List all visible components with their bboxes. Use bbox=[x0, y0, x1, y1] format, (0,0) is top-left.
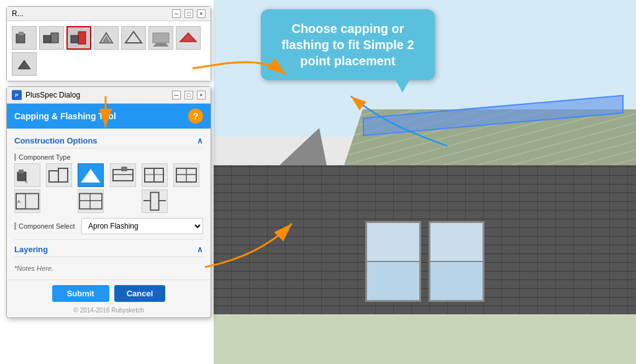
dialog-minimize-btn[interactable]: ─ bbox=[172, 91, 181, 99]
dialog-window: P PlusSpec Dialog ─ □ × Capping & Flashi… bbox=[6, 86, 211, 318]
toolbar-content bbox=[7, 21, 211, 81]
dialog-app-title: PlusSpec Dialog bbox=[25, 91, 80, 99]
house-structure bbox=[214, 103, 636, 314]
svg-rect-9 bbox=[153, 33, 169, 43]
window-1 bbox=[365, 221, 421, 302]
toolbar-titlebar: R... ─ □ × bbox=[7, 7, 211, 21]
dialog-titlebar: P PlusSpec Dialog ─ □ × bbox=[7, 87, 211, 104]
svg-rect-13 bbox=[17, 172, 26, 181]
svg-rect-3 bbox=[51, 33, 58, 43]
dialog-close-btn[interactable]: × bbox=[197, 91, 206, 99]
svg-rect-33 bbox=[80, 194, 102, 209]
tool-icon-1[interactable] bbox=[12, 26, 37, 50]
construction-chevron-icon: ∧ bbox=[197, 136, 203, 145]
svg-rect-36 bbox=[150, 193, 158, 211]
construction-options-header: Construction Options ∧ bbox=[14, 134, 203, 148]
dialog-body: Construction Options ∧ Component Type N bbox=[7, 129, 211, 280]
svg-rect-22 bbox=[122, 167, 127, 171]
dialog-restore-btn[interactable]: □ bbox=[184, 91, 193, 99]
window-bottom-pane-2 bbox=[430, 262, 483, 300]
window-top-pane-2 bbox=[430, 223, 483, 262]
component-type-grid-row2: A bbox=[14, 189, 203, 213]
svg-rect-16 bbox=[49, 171, 58, 182]
tool-icon-3[interactable] bbox=[66, 26, 91, 50]
svg-rect-18 bbox=[58, 168, 68, 182]
ground-area bbox=[214, 314, 636, 364]
component-type-grid-row1: N bbox=[14, 163, 203, 187]
svg-rect-23 bbox=[145, 168, 154, 182]
component-select-dropdown[interactable]: Apron Flashing Ridge Capping Valley Flas… bbox=[81, 218, 203, 234]
window-top-pane bbox=[367, 223, 419, 262]
left-panel: R... ─ □ × bbox=[6, 6, 211, 318]
component-type-label: Component Type bbox=[14, 153, 203, 161]
comp-type-3[interactable] bbox=[78, 163, 104, 187]
dialog-logo: P bbox=[12, 90, 22, 100]
svg-marker-7 bbox=[102, 35, 111, 43]
svg-text:A: A bbox=[17, 199, 21, 204]
callout-text: Choose capping or flashing to fit Simple… bbox=[281, 22, 414, 68]
layering-chevron-icon: ∧ bbox=[197, 245, 203, 254]
dialog-titlebar-controls[interactable]: ─ □ × bbox=[172, 91, 206, 99]
layering-label: Layering bbox=[14, 245, 48, 254]
construction-label: Construction Options bbox=[14, 136, 98, 145]
window-2 bbox=[429, 221, 484, 302]
tool-icon-2[interactable] bbox=[39, 26, 64, 50]
brick-wall bbox=[214, 165, 636, 314]
svg-rect-1 bbox=[19, 32, 24, 35]
component-select-row: Component Select Apron Flashing Ridge Ca… bbox=[14, 218, 203, 234]
svg-text:N: N bbox=[25, 180, 27, 184]
svg-rect-5 bbox=[71, 35, 78, 43]
component-select-label: Component Select bbox=[14, 222, 76, 230]
comp-type-5[interactable] bbox=[142, 163, 168, 187]
callout-bubble: Choose capping or flashing to fit Simple… bbox=[261, 9, 435, 80]
tool-icon-6[interactable] bbox=[148, 26, 173, 50]
layering-header: Layering ∧ bbox=[14, 242, 203, 257]
comp-type-2[interactable] bbox=[46, 163, 72, 187]
submit-button[interactable]: Submit bbox=[52, 285, 109, 302]
svg-rect-25 bbox=[154, 168, 163, 182]
comp-type-6[interactable] bbox=[173, 163, 199, 187]
svg-marker-11 bbox=[180, 33, 196, 42]
svg-rect-4 bbox=[78, 32, 86, 44]
svg-rect-14 bbox=[19, 170, 24, 173]
dialog-footer: Submit Cancel bbox=[7, 280, 211, 307]
comp-type-1[interactable]: N bbox=[14, 163, 40, 187]
svg-marker-8 bbox=[125, 32, 142, 43]
tool-icon-4[interactable] bbox=[94, 26, 119, 50]
cancel-button[interactable]: Cancel bbox=[114, 285, 166, 302]
window-bottom-pane bbox=[367, 262, 419, 300]
toolbar-title: R... bbox=[12, 9, 24, 18]
comp-type-8[interactable] bbox=[78, 189, 104, 213]
notes-text: *Notes Here. bbox=[14, 262, 203, 275]
minimize-btn[interactable]: ─ bbox=[172, 9, 181, 18]
comp-type-9[interactable] bbox=[142, 189, 168, 213]
tool-icon-8[interactable] bbox=[12, 52, 37, 76]
toolbar-window: R... ─ □ × bbox=[6, 6, 211, 81]
copyright-text: © 2014-2016 Rubysketch bbox=[7, 307, 211, 317]
close-btn[interactable]: × bbox=[197, 9, 206, 18]
comp-type-4[interactable] bbox=[110, 163, 136, 187]
dialog-header-title: Capping & Flashing Tool bbox=[14, 111, 116, 121]
svg-marker-12 bbox=[18, 60, 30, 69]
comp-type-7[interactable]: A bbox=[14, 189, 40, 213]
svg-marker-10 bbox=[153, 43, 169, 47]
windows-row bbox=[365, 221, 484, 302]
svg-marker-19 bbox=[82, 170, 99, 182]
dialog-title-left: P PlusSpec Dialog bbox=[12, 90, 80, 100]
restore-btn[interactable]: □ bbox=[184, 9, 193, 18]
tool-icon-7[interactable] bbox=[176, 26, 201, 50]
svg-rect-2 bbox=[43, 35, 51, 43]
help-button[interactable]: ? bbox=[188, 109, 203, 124]
tool-icon-5[interactable] bbox=[121, 26, 146, 50]
svg-rect-20 bbox=[113, 170, 133, 181]
titlebar-controls[interactable]: ─ □ × bbox=[172, 9, 206, 18]
svg-rect-0 bbox=[16, 34, 25, 43]
layering-section: Layering ∧ *Notes Here. bbox=[14, 239, 203, 275]
dialog-header-bar: Capping & Flashing Tool ? bbox=[7, 104, 211, 129]
